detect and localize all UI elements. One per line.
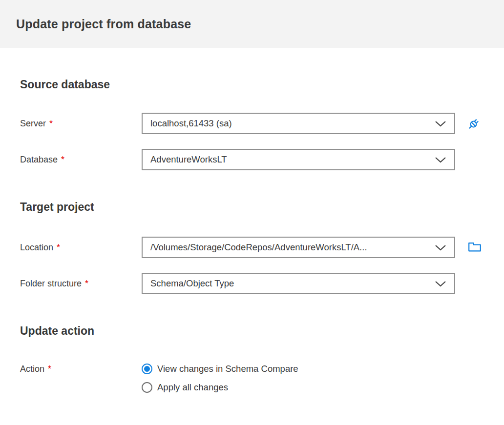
database-row: Database* AdventureWorksLT (20, 149, 484, 170)
location-dropdown[interactable]: /Volumes/Storage/CodeRepos/AdventureWork… (142, 237, 455, 258)
server-dropdown-value: localhost,61433 (sa) (150, 118, 429, 129)
radio-label: View changes in Schema Compare (157, 364, 298, 374)
connect-plug-icon (466, 115, 483, 133)
server-label: Server* (20, 119, 142, 129)
action-row: Action* View changes in Schema Compare A… (20, 364, 484, 393)
action-radio-group: View changes in Schema Compare Apply all… (142, 364, 298, 393)
section-title-target-project: Target project (20, 200, 484, 214)
folder-structure-row: Folder structure* Schema/Object Type (20, 273, 484, 294)
chevron-down-icon (435, 244, 446, 251)
dialog-header: Update project from database (0, 0, 504, 48)
section-title-update-action: Update action (20, 324, 484, 338)
connect-server-button[interactable] (466, 115, 483, 132)
server-dropdown[interactable]: localhost,61433 (sa) (142, 113, 455, 134)
folder-icon (467, 241, 482, 255)
chevron-down-icon (435, 281, 446, 287)
server-row: Server* localhost,61433 (sa) (20, 113, 484, 134)
section-title-source-database: Source database (20, 78, 484, 91)
required-asterisk: * (48, 364, 51, 374)
radio-apply-all-changes[interactable]: Apply all changes (142, 382, 298, 393)
folder-structure-label: Folder structure* (20, 279, 142, 289)
radio-view-changes-in-schema-compare[interactable]: View changes in Schema Compare (142, 364, 298, 374)
required-asterisk: * (49, 119, 53, 128)
location-row: Location* /Volumes/Storage/CodeRepos/Adv… (20, 237, 484, 258)
radio-label: Apply all changes (157, 382, 228, 393)
required-asterisk: * (85, 279, 88, 288)
folder-structure-dropdown[interactable]: Schema/Object Type (142, 273, 455, 294)
database-dropdown-value: AdventureWorksLT (150, 154, 429, 165)
radio-dot (144, 366, 150, 372)
dialog-body: Source database Server* localhost,61433 … (0, 78, 504, 393)
radio-circle-icon (142, 364, 152, 374)
chevron-down-icon (435, 121, 446, 127)
folder-structure-dropdown-value: Schema/Object Type (150, 278, 429, 289)
required-asterisk: * (61, 155, 64, 164)
radio-circle-icon (142, 382, 152, 393)
chevron-down-icon (435, 157, 446, 163)
browse-folder-button[interactable] (466, 239, 483, 256)
database-label: Database* (20, 155, 142, 165)
database-dropdown[interactable]: AdventureWorksLT (142, 149, 455, 170)
location-dropdown-value: /Volumes/Storage/CodeRepos/AdventureWork… (150, 242, 429, 253)
required-asterisk: * (57, 243, 60, 252)
dialog-title: Update project from database (16, 17, 191, 31)
location-label: Location* (20, 243, 142, 253)
action-label: Action* (20, 364, 142, 374)
